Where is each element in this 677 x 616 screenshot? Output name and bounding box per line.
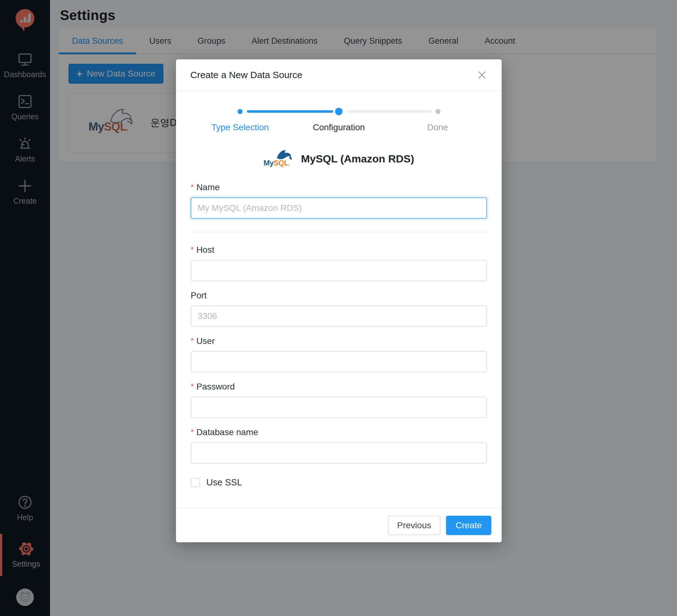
field-name: * Name [191,182,487,219]
use-ssl-option[interactable]: Use SSL [191,477,487,488]
form-divider [191,232,487,232]
modal-title: Create a New Data Source [190,70,303,80]
field-label: Database name [196,427,258,437]
data-source-type-header: MySQL. MySQL (Amazon RDS) [191,149,487,168]
step-dot-configuration [335,108,343,115]
name-input[interactable] [191,197,487,219]
field-database-name: * Database name [191,427,487,464]
field-label: Password [196,382,235,392]
step-labels: Type Selection Configuration Done [191,123,487,133]
required-marker: * [191,245,194,254]
previous-button[interactable]: Previous [388,516,440,535]
modal-footer: Previous Create [176,508,502,542]
mysql-logo-small: MySQL. [264,149,296,168]
required-marker: * [191,183,194,191]
field-label: User [196,336,215,346]
ssl-label: Use SSL [206,477,242,488]
close-icon[interactable] [477,70,487,80]
required-marker: * [191,337,194,345]
data-source-type-title: MySQL (Amazon RDS) [301,153,414,165]
field-user: * User [191,336,487,372]
create-button[interactable]: Create [446,516,491,535]
step-connector-waiting [347,110,432,113]
required-marker: * [191,382,194,390]
configuration-form: * Name * Host Port [191,182,487,488]
create-data-source-modal: Create a New Data Source Type Selection … [176,59,502,542]
database-name-input[interactable] [191,442,487,464]
port-input[interactable] [191,305,487,327]
field-host: * Host [191,245,487,281]
step-label-done: Done [388,123,487,133]
step-dot-type-selection[interactable] [237,109,242,114]
field-password: * Password [191,382,487,418]
host-input[interactable] [191,260,487,281]
field-port: Port [191,290,487,327]
step-dot-done [436,109,440,114]
required-marker: * [191,428,194,436]
ssl-checkbox[interactable] [191,478,200,487]
step-label-configuration: Configuration [289,123,388,133]
user-input[interactable] [191,351,487,372]
modal-body: Type Selection Configuration Done MySQL.… [176,91,502,508]
modal-header: Create a New Data Source [176,59,502,91]
progress-steps [191,107,487,115]
step-connector-done [247,110,333,113]
password-input[interactable] [191,397,487,418]
mysql-wordmark: MySQL. [264,159,290,168]
field-label: Name [196,182,220,192]
step-label-type-selection[interactable]: Type Selection [191,123,289,133]
field-label: Host [196,245,214,255]
field-label: Port [191,290,207,300]
